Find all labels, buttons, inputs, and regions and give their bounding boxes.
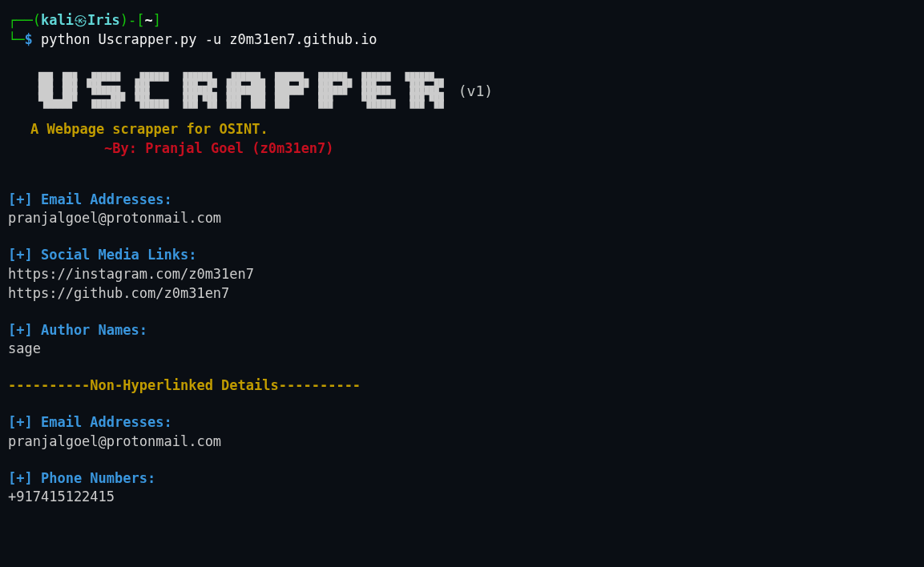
output-section: [+] Author Names: sage xyxy=(8,321,916,360)
command-text: python Uscrapper.py -u z0m31en7.github.i… xyxy=(33,31,377,47)
output-section: [+] Social Media Links: https://instagra… xyxy=(8,246,916,303)
version-label: (v1) xyxy=(458,81,493,101)
prompt-skull-icon: ㉿ xyxy=(74,12,87,28)
section-value: pranjalgoel@protonmail.com xyxy=(8,432,916,452)
prompt-line-1: ┌──(kali㉿Iris)-[~] xyxy=(8,11,916,30)
section-value: https://instagram.com/z0m31en7 xyxy=(8,265,916,284)
section-value: pranjalgoel@protonmail.com xyxy=(8,209,916,228)
prompt-corner-bottom: └─ xyxy=(8,31,24,47)
tagline: A Webpage scrapper for OSINT. xyxy=(30,120,916,139)
prompt-user: kali xyxy=(41,12,74,28)
output-section: [+] Email Addresses: pranjalgoel@protonm… xyxy=(8,191,916,229)
app-banner: ███ ███ ██████ ██████ ██████ ██████ ████… xyxy=(38,74,916,108)
section-header-phones: [+] Phone Numbers: xyxy=(8,469,916,489)
prompt-dollar: $ xyxy=(24,31,32,47)
section-header-social: [+] Social Media Links: xyxy=(8,246,916,265)
ascii-logo: ███ ███ ██████ ██████ ██████ ██████ ████… xyxy=(38,74,444,108)
prompt-close: ] xyxy=(153,12,161,28)
prompt-line-2: └─$ python Uscrapper.py -u z0m31en7.gith… xyxy=(8,30,916,50)
section-header-authors: [+] Author Names: xyxy=(8,321,916,340)
prompt-mid: )-[ xyxy=(120,12,145,28)
terminal-window[interactable]: ┌──(kali㉿Iris)-[~] └─$ python Uscrapper.… xyxy=(8,11,916,507)
author-credit: ~By: Pranjal Goel (z0m31en7) xyxy=(104,139,916,159)
section-value: sage xyxy=(8,340,916,359)
section-header-emails-2: [+] Email Addresses: xyxy=(8,413,916,432)
section-value: +917415122415 xyxy=(8,488,916,507)
divider-text: ----------Non-Hyperlinked Details-------… xyxy=(8,376,916,396)
output-sections: [+] Email Addresses: pranjalgoel@protonm… xyxy=(8,191,916,508)
prompt-corner-top: ┌──( xyxy=(8,12,41,28)
output-section: [+] Phone Numbers: +917415122415 xyxy=(8,469,916,508)
output-section: [+] Email Addresses: pranjalgoel@protonm… xyxy=(8,413,916,452)
section-header-emails: [+] Email Addresses: xyxy=(8,191,916,210)
section-value: https://github.com/z0m31en7 xyxy=(8,284,916,304)
prompt-cwd: ~ xyxy=(145,12,153,28)
prompt-host: Iris xyxy=(87,12,120,28)
